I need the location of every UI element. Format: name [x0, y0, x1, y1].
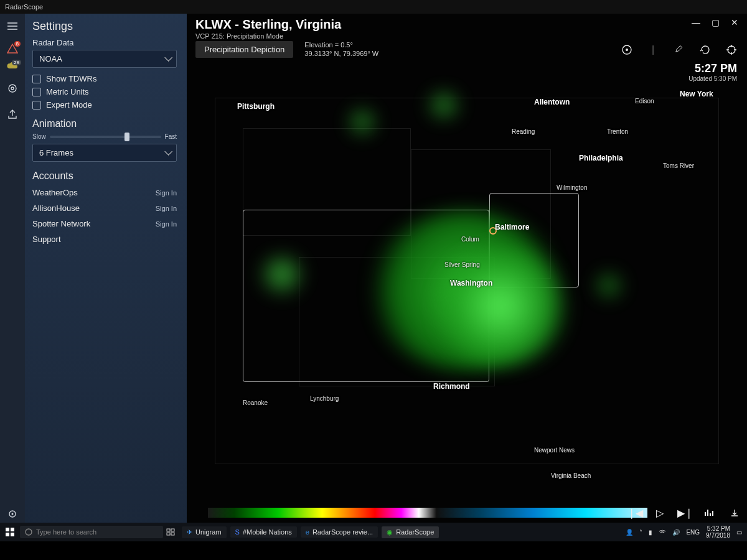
prev-frame-button[interactable]: ❘◀ — [627, 505, 642, 520]
svg-point-0 — [9, 85, 16, 92]
icon-rail: 8 29 — [0, 14, 25, 523]
svg-rect-10 — [11, 533, 14, 536]
pencil-icon[interactable] — [672, 43, 686, 57]
temp-badge: 29 — [12, 60, 21, 65]
radar-data-dropdown[interactable]: NOAA — [32, 50, 177, 68]
product-row: Precipitation Depiction Elevation = 0.5°… — [187, 41, 747, 58]
tray-wifi-icon[interactable] — [659, 529, 666, 535]
taskbar-item-active[interactable]: ◉RadarScope — [382, 526, 439, 538]
minimize-button[interactable]: — — [692, 17, 700, 27]
taskbar-item-label: #Mobile Nations — [243, 528, 292, 536]
app-window: RadarScope 8 29 — [0, 0, 747, 541]
account-name: Spotter Network — [32, 219, 90, 228]
metric-units-label: Metric Units — [46, 87, 89, 96]
storm-icon[interactable]: 29 — [6, 62, 19, 71]
city-newportnews: Newport News — [534, 447, 575, 454]
coord-block: Elevation = 0.5° 39.3133° N, 79.3969° W — [304, 41, 378, 58]
playback-controls: ❘◀ ▷ ▶❘ — [627, 505, 742, 520]
show-tdwrs-checkbox[interactable]: Show TDWRs — [32, 74, 177, 83]
settings-panel: Settings Radar Data NOAA Show TDWRs Metr… — [25, 14, 187, 523]
animation-speed-slider[interactable]: Slow Fast — [32, 133, 177, 140]
account-name: AllisonHouse — [32, 203, 80, 213]
city-richmond: Richmond — [433, 382, 470, 391]
show-tdwrs-label: Show TDWRs — [46, 74, 96, 83]
taskbar-item[interactable]: eRadarScope revie... — [301, 526, 378, 538]
system-tray[interactable]: 👤 ˄ ▮ 🔊 ENG 5:32 PM 9/7/2018 ▭ — [626, 525, 747, 539]
taskview-icon[interactable] — [163, 528, 178, 536]
expert-mode-checkbox[interactable]: Expert Mode — [32, 100, 177, 110]
menu-icon[interactable] — [4, 17, 21, 35]
tray-battery-icon[interactable]: ▮ — [649, 529, 652, 536]
header-row: KLWX - Sterling, Virginia VCP 215: Preci… — [187, 14, 747, 42]
product-pill[interactable]: Precipitation Depiction — [195, 41, 293, 58]
taskbar[interactable]: Type here to search ✈Unigram S#Mobile Na… — [0, 523, 747, 541]
city-washington: Washington — [450, 279, 492, 287]
color-scale — [208, 508, 647, 518]
radar-map[interactable]: Pittsburgh Allentown Reading Edison New … — [187, 63, 747, 494]
metric-units-checkbox[interactable]: Metric Units — [32, 87, 177, 96]
city-silverspring: Silver Spring — [444, 261, 480, 268]
city-wilmington: Wilmington — [557, 184, 587, 191]
svg-rect-13 — [171, 529, 174, 531]
signin-link[interactable]: Sign In — [156, 189, 177, 197]
search-placeholder: Type here to search — [36, 528, 96, 536]
station-title: KLWX - Sterling, Virginia — [195, 17, 341, 32]
refresh-icon[interactable] — [698, 43, 712, 57]
tray-notifications-icon[interactable]: ▭ — [736, 529, 742, 536]
coords-text: 39.3133° N, 79.3969° W — [304, 50, 378, 58]
tray-volume-icon[interactable]: 🔊 — [672, 529, 680, 536]
svg-point-3 — [12, 513, 14, 515]
map-content[interactable]: KLWX - Sterling, Virginia VCP 215: Preci… — [187, 14, 747, 523]
elevation-text: Elevation = 0.5° — [304, 41, 378, 50]
city-roanoke: Roanoke — [243, 399, 268, 406]
account-allisonhouse: AllisonHouse Sign In — [32, 203, 177, 213]
accounts-label: Accounts — [32, 170, 177, 182]
svg-rect-15 — [171, 533, 174, 535]
frames-dropdown[interactable]: 6 Frames — [32, 144, 177, 162]
tray-date: 9/7/2018 — [706, 532, 730, 539]
share-icon[interactable] — [4, 106, 21, 123]
taskbar-item[interactable]: ✈Unigram — [182, 526, 227, 538]
tray-people-icon[interactable]: 👤 — [626, 529, 633, 536]
svg-rect-8 — [11, 528, 14, 531]
start-button[interactable] — [0, 528, 20, 536]
svg-point-5 — [626, 49, 628, 51]
animation-label: Animation — [32, 118, 177, 129]
frames-value: 6 Frames — [39, 148, 73, 157]
city-virginiabeach: Virginia Beach — [551, 472, 591, 479]
maximize-button[interactable]: ▢ — [712, 17, 720, 27]
export-icon[interactable] — [727, 505, 742, 520]
signin-link[interactable]: Sign In — [156, 205, 177, 212]
station-mode: VCP 215: Precipitation Mode — [195, 32, 341, 40]
tray-lang[interactable]: ENG — [686, 529, 700, 536]
svg-rect-12 — [167, 529, 170, 531]
chevron-down-icon — [164, 54, 170, 63]
play-button[interactable]: ▷ — [652, 505, 667, 520]
city-pittsburgh: Pittsburgh — [237, 102, 275, 111]
fast-label: Fast — [165, 133, 177, 140]
close-button[interactable]: ✕ — [731, 17, 738, 27]
main: 8 29 Settings Radar Data NOAA — [0, 14, 747, 523]
next-frame-button[interactable]: ▶❘ — [677, 505, 692, 520]
radar-data-label: Radar Data — [32, 38, 177, 47]
cortana-icon — [25, 528, 32, 536]
target-icon[interactable] — [4, 80, 21, 97]
taskbar-item[interactable]: S#Mobile Nations — [230, 526, 297, 538]
app-title: RadarScope — [5, 3, 43, 11]
taskbar-item-label: RadarScope revie... — [312, 528, 373, 536]
locate-icon[interactable] — [725, 43, 738, 57]
chevron-down-icon — [164, 148, 170, 157]
svg-rect-7 — [6, 528, 9, 531]
svg-rect-9 — [6, 533, 9, 536]
gear-icon[interactable] — [4, 505, 21, 523]
tray-up-icon[interactable]: ˄ — [639, 529, 642, 536]
taskbar-search[interactable]: Type here to search — [20, 526, 163, 538]
city-columbia: Colum — [461, 236, 479, 243]
levels-icon[interactable] — [702, 505, 717, 520]
support-link[interactable]: Support — [32, 235, 177, 244]
radar-site-icon[interactable] — [620, 43, 634, 57]
signin-link[interactable]: Sign In — [156, 220, 177, 228]
city-trenton: Trenton — [607, 128, 628, 135]
alerts-icon[interactable]: 8 — [7, 44, 18, 54]
alert-badge: 8 — [14, 41, 21, 47]
